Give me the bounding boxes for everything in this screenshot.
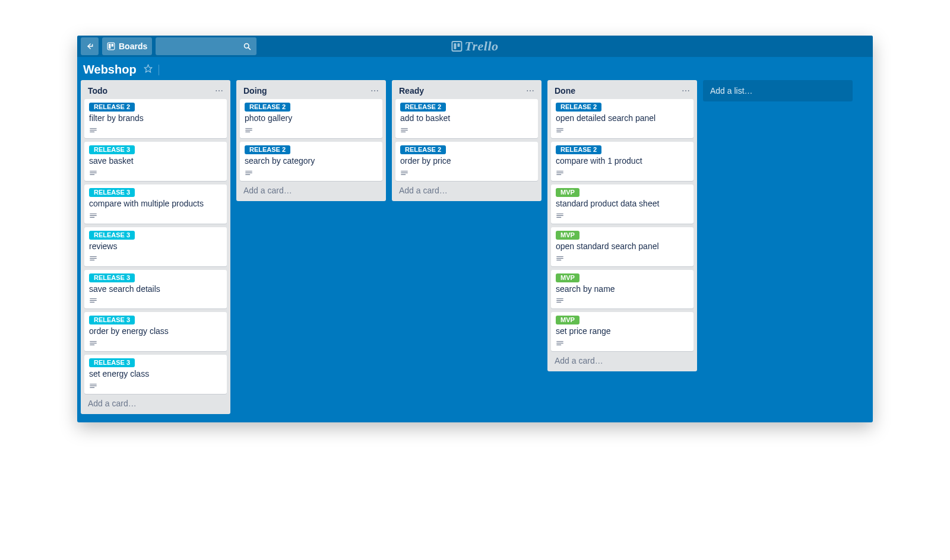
card[interactable]: RELEASE 3compare with multiple products bbox=[84, 184, 227, 224]
card-label[interactable]: RELEASE 3 bbox=[89, 231, 135, 240]
add-card-button[interactable]: Add a card… bbox=[551, 351, 694, 368]
description-icon bbox=[89, 169, 97, 177]
card[interactable]: RELEASE 2photo gallery bbox=[240, 99, 382, 138]
list-header: Done⋯ bbox=[551, 84, 694, 99]
svg-marker-5 bbox=[144, 65, 152, 72]
card-label[interactable]: RELEASE 3 bbox=[89, 273, 135, 282]
card-badges bbox=[556, 339, 689, 348]
card-label[interactable]: MVP bbox=[556, 316, 580, 324]
card-labels: RELEASE 3 bbox=[89, 188, 222, 197]
list-title[interactable]: Todo bbox=[88, 86, 107, 96]
card-badges bbox=[556, 169, 689, 177]
list-menu-button[interactable]: ⋯ bbox=[215, 87, 223, 95]
card-label[interactable]: RELEASE 3 bbox=[89, 358, 135, 367]
card[interactable]: RELEASE 2open detailed search panel bbox=[551, 99, 694, 138]
trello-logo-icon bbox=[451, 41, 462, 52]
card-label[interactable]: RELEASE 2 bbox=[89, 103, 135, 112]
list-title[interactable]: Done bbox=[555, 86, 575, 96]
cards-container: RELEASE 2open detailed search panelRELEA… bbox=[551, 99, 694, 351]
description-icon bbox=[400, 126, 408, 135]
list-title[interactable]: Ready bbox=[399, 86, 424, 96]
cards-container: RELEASE 2filter by brandsRELEASE 3save b… bbox=[84, 99, 227, 394]
card-label[interactable]: RELEASE 2 bbox=[556, 103, 601, 112]
card-label[interactable]: RELEASE 3 bbox=[89, 188, 135, 197]
card-title: save basket bbox=[89, 155, 222, 167]
board-title[interactable]: Webshop bbox=[83, 63, 137, 77]
list-title[interactable]: Doing bbox=[243, 86, 267, 96]
card-label[interactable]: RELEASE 2 bbox=[245, 145, 290, 154]
back-arrow-icon bbox=[86, 42, 94, 51]
add-card-button[interactable]: Add a card… bbox=[240, 181, 382, 198]
card-label[interactable]: RELEASE 2 bbox=[400, 145, 446, 154]
cards-container: RELEASE 2photo galleryRELEASE 2search by… bbox=[240, 99, 382, 181]
list: Done⋯RELEASE 2open detailed search panel… bbox=[547, 80, 697, 371]
description-icon bbox=[556, 339, 564, 348]
trello-logo-text: Trello bbox=[464, 39, 498, 54]
list-menu-button[interactable]: ⋯ bbox=[370, 87, 379, 95]
description-icon bbox=[400, 169, 408, 177]
card-badges bbox=[556, 212, 689, 220]
card[interactable]: RELEASE 2filter by brands bbox=[84, 99, 227, 138]
card-badges bbox=[89, 126, 222, 135]
list: Ready⋯RELEASE 2add to basketRELEASE 2ord… bbox=[392, 80, 542, 201]
back-button[interactable] bbox=[81, 37, 99, 55]
card-badges bbox=[400, 126, 533, 135]
card[interactable]: RELEASE 2add to basket bbox=[395, 99, 538, 138]
search-icon bbox=[243, 42, 252, 51]
description-icon bbox=[556, 297, 564, 305]
list-menu-button[interactable]: ⋯ bbox=[526, 87, 534, 95]
card[interactable]: RELEASE 3set energy class bbox=[84, 355, 227, 394]
card[interactable]: MVPset price range bbox=[551, 312, 694, 351]
description-icon bbox=[245, 126, 253, 135]
boards-icon bbox=[107, 42, 115, 50]
card-title: compare with multiple products bbox=[89, 198, 222, 209]
card[interactable]: RELEASE 2search by category bbox=[240, 142, 382, 181]
card-badges bbox=[556, 126, 689, 135]
card[interactable]: RELEASE 3save search details bbox=[84, 270, 227, 309]
card[interactable]: MVPsearch by name bbox=[551, 270, 694, 309]
card-label[interactable]: MVP bbox=[556, 188, 580, 197]
list-menu-button[interactable]: ⋯ bbox=[682, 87, 690, 95]
star-button[interactable] bbox=[144, 64, 153, 75]
card-label[interactable]: RELEASE 2 bbox=[245, 103, 290, 112]
card-labels: RELEASE 3 bbox=[89, 145, 222, 154]
trello-logo[interactable]: Trello bbox=[451, 39, 498, 54]
board-canvas: Todo⋯RELEASE 2filter by brandsRELEASE 3s… bbox=[77, 80, 873, 422]
add-list-button[interactable]: Add a list… bbox=[703, 80, 853, 101]
card[interactable]: MVPstandard product data sheet bbox=[551, 184, 694, 224]
card-label[interactable]: RELEASE 2 bbox=[556, 145, 601, 154]
card-labels: MVP bbox=[556, 316, 689, 324]
card-labels: RELEASE 2 bbox=[245, 103, 378, 112]
card-title: order by price bbox=[400, 155, 533, 167]
card[interactable]: RELEASE 2compare with 1 product bbox=[551, 142, 694, 181]
card[interactable]: RELEASE 3order by energy class bbox=[84, 312, 227, 351]
card-badges bbox=[89, 169, 222, 177]
card[interactable]: RELEASE 3save basket bbox=[84, 142, 227, 181]
card-labels: MVP bbox=[556, 188, 689, 197]
card-title: open standard search panel bbox=[556, 241, 689, 252]
description-icon bbox=[89, 339, 97, 348]
svg-line-4 bbox=[249, 47, 251, 49]
card-label[interactable]: MVP bbox=[556, 273, 580, 282]
add-card-button[interactable]: Add a card… bbox=[84, 394, 227, 411]
card-badges bbox=[89, 339, 222, 348]
card-label[interactable]: RELEASE 3 bbox=[89, 145, 135, 154]
card-badges bbox=[556, 297, 689, 305]
card[interactable]: RELEASE 3reviews bbox=[84, 227, 227, 266]
svg-rect-2 bbox=[112, 44, 114, 47]
boards-button[interactable]: Boards bbox=[102, 37, 152, 55]
add-card-button[interactable]: Add a card… bbox=[395, 181, 538, 198]
card-labels: RELEASE 2 bbox=[89, 103, 222, 112]
card-label[interactable]: RELEASE 3 bbox=[89, 316, 135, 324]
card[interactable]: MVPopen standard search panel bbox=[551, 227, 694, 266]
card-title: filter by brands bbox=[89, 113, 222, 124]
card-title: open detailed search panel bbox=[556, 113, 689, 124]
search-input[interactable] bbox=[156, 37, 256, 55]
card-label[interactable]: MVP bbox=[556, 231, 580, 240]
list-header: Ready⋯ bbox=[395, 84, 538, 99]
list: Doing⋯RELEASE 2photo galleryRELEASE 2sea… bbox=[236, 80, 386, 201]
card[interactable]: RELEASE 2order by price bbox=[395, 142, 538, 181]
description-icon bbox=[89, 297, 97, 305]
card-title: standard product data sheet bbox=[556, 198, 689, 209]
card-label[interactable]: RELEASE 2 bbox=[400, 103, 446, 112]
